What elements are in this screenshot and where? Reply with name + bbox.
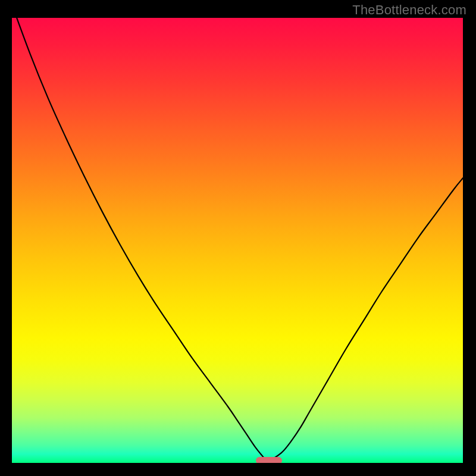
- left-curve: [12, 18, 264, 459]
- right-curve: [274, 178, 463, 458]
- minimum-marker: [256, 457, 282, 464]
- plot-area: [12, 18, 463, 463]
- curve-svg: [12, 18, 463, 463]
- chart-container: TheBottleneck.com: [0, 0, 476, 476]
- watermark-label: TheBottleneck.com: [352, 2, 466, 18]
